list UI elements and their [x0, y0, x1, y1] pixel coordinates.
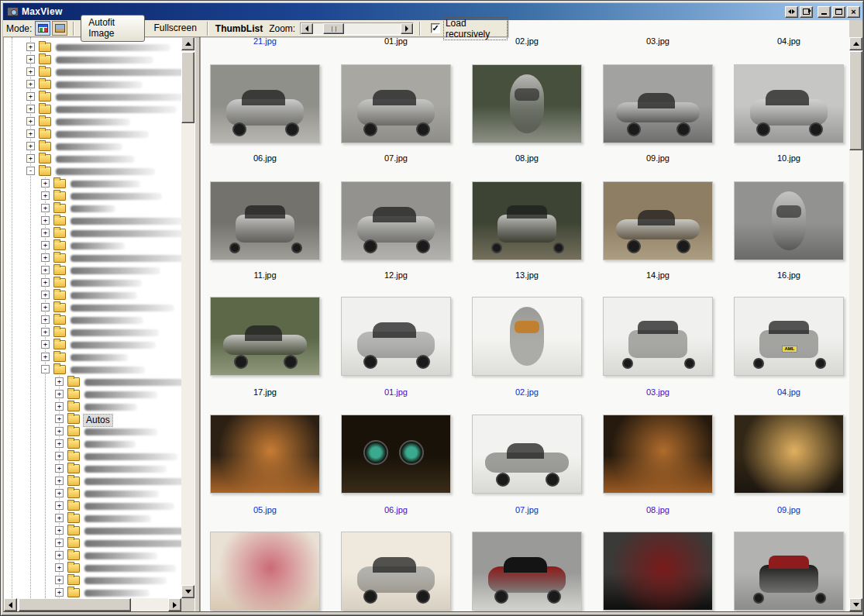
- tree-item[interactable]: +: [4, 438, 181, 450]
- thumbnail-image[interactable]: [603, 181, 713, 260]
- zoom-slider-left-arrow[interactable]: [301, 23, 313, 34]
- tree-item[interactable]: +: [4, 66, 181, 78]
- tree-item[interactable]: +: [4, 103, 181, 115]
- tree-item[interactable]: +: [4, 574, 181, 587]
- expand-expander-icon[interactable]: +: [41, 266, 50, 274]
- tree-scroll-down-button[interactable]: [181, 585, 194, 598]
- tree-item[interactable]: +: [4, 264, 181, 277]
- expand-expander-icon[interactable]: +: [41, 353, 50, 361]
- thumbs-scroll-down-button[interactable]: [849, 598, 862, 611]
- expand-expander-icon[interactable]: +: [26, 117, 35, 126]
- thumbnail-image[interactable]: [734, 532, 844, 611]
- expand-expander-icon[interactable]: +: [26, 67, 35, 76]
- expand-expander-icon[interactable]: +: [55, 477, 64, 485]
- expand-expander-icon[interactable]: +: [55, 402, 64, 411]
- tree-item[interactable]: +: [4, 339, 181, 351]
- tree-item[interactable]: +: [4, 487, 181, 500]
- tree-item[interactable]: +: [4, 500, 181, 512]
- tree-item[interactable]: +: [4, 450, 181, 463]
- tree-item[interactable]: +Autos: [4, 413, 181, 425]
- tree-item[interactable]: +: [4, 425, 181, 438]
- expand-expander-icon[interactable]: +: [41, 291, 50, 299]
- expand-expander-icon[interactable]: +: [26, 129, 35, 138]
- tree-item[interactable]: +: [4, 215, 181, 227]
- thumbnail-image[interactable]: [472, 297, 582, 376]
- tree-item[interactable]: +: [4, 115, 181, 128]
- thumbnail-image[interactable]: [734, 415, 844, 494]
- tree-item[interactable]: +: [4, 587, 181, 598]
- expand-expander-icon[interactable]: +: [55, 427, 64, 435]
- expand-expander-icon[interactable]: +: [41, 328, 50, 336]
- expand-expander-icon[interactable]: +: [55, 501, 64, 510]
- expand-expander-icon[interactable]: +: [41, 340, 50, 349]
- tree-item[interactable]: +: [4, 41, 181, 53]
- tree-item[interactable]: -: [4, 165, 181, 177]
- expand-expander-icon[interactable]: +: [26, 43, 35, 51]
- tree-hscroll-thumb[interactable]: [19, 598, 131, 611]
- tree-item[interactable]: +: [4, 202, 181, 215]
- expand-expander-icon[interactable]: +: [55, 576, 64, 584]
- panel-splitter[interactable]: [194, 37, 200, 611]
- tree-item[interactable]: -: [4, 363, 181, 376]
- tree-item[interactable]: +: [4, 289, 181, 301]
- close-button[interactable]: ×: [847, 6, 860, 18]
- expand-expander-icon[interactable]: +: [55, 551, 64, 559]
- expand-expander-icon[interactable]: +: [55, 464, 64, 473]
- tree-scroll-left-button[interactable]: [4, 598, 17, 611]
- expand-expander-icon[interactable]: +: [55, 390, 64, 398]
- expand-expander-icon[interactable]: +: [41, 253, 50, 262]
- expand-expander-icon[interactable]: +: [26, 105, 35, 113]
- thumbnail-image[interactable]: [603, 64, 713, 143]
- tree-item[interactable]: +: [4, 463, 181, 475]
- tree-vertical-scrollbar[interactable]: [181, 37, 194, 598]
- tree-item[interactable]: +: [4, 53, 181, 66]
- autofit-image-button[interactable]: Autofit Image: [81, 15, 145, 42]
- expand-expander-icon[interactable]: +: [26, 142, 35, 150]
- tree-horizontal-scrollbar[interactable]: [4, 598, 181, 611]
- tree-item[interactable]: +: [4, 128, 181, 140]
- thumbnail-image[interactable]: [341, 181, 451, 260]
- expand-expander-icon[interactable]: +: [55, 526, 64, 535]
- thumbnail-image[interactable]: [734, 181, 844, 260]
- collapse-expander-icon[interactable]: -: [26, 167, 35, 175]
- thumbnail-image[interactable]: [341, 297, 451, 376]
- expand-expander-icon[interactable]: +: [55, 539, 64, 547]
- thumbnail-image[interactable]: [210, 181, 320, 260]
- image-mode-button[interactable]: [52, 21, 67, 36]
- zoom-slider-thumb[interactable]: [323, 23, 344, 34]
- thumbs-scroll-up-button[interactable]: [849, 37, 862, 50]
- thumbnail-vertical-scrollbar[interactable]: [849, 37, 862, 611]
- expand-expander-icon[interactable]: +: [41, 229, 50, 237]
- tree-item[interactable]: +: [4, 537, 181, 549]
- tree-item[interactable]: +: [4, 177, 181, 190]
- expand-expander-icon[interactable]: +: [41, 179, 50, 188]
- tree-item[interactable]: +: [4, 512, 181, 525]
- expand-expander-icon[interactable]: +: [41, 191, 50, 200]
- thumbnail-image[interactable]: [210, 532, 320, 611]
- tree-item[interactable]: +: [4, 227, 181, 239]
- detach-window-button[interactable]: [800, 6, 813, 18]
- thumbnail-image[interactable]: [210, 415, 320, 494]
- tree-item[interactable]: +: [4, 549, 181, 562]
- tree-item[interactable]: +: [4, 153, 181, 165]
- thumbnail-image[interactable]: [603, 532, 713, 611]
- tree-item[interactable]: +: [4, 301, 181, 314]
- tree-item[interactable]: +: [4, 401, 181, 413]
- expand-expander-icon[interactable]: +: [55, 439, 64, 448]
- minimize-button[interactable]: [818, 6, 831, 18]
- expand-expander-icon[interactable]: +: [55, 588, 64, 597]
- expand-expander-icon[interactable]: +: [41, 315, 50, 324]
- tree-scroll-right-button[interactable]: [168, 598, 181, 611]
- tree-item[interactable]: +: [4, 314, 181, 326]
- tree-item[interactable]: +: [4, 376, 181, 388]
- tree-item[interactable]: +: [4, 239, 181, 252]
- expand-expander-icon[interactable]: +: [55, 514, 64, 522]
- browser-mode-button[interactable]: [35, 21, 50, 36]
- maximize-button[interactable]: [832, 6, 845, 18]
- tree-item[interactable]: +: [4, 525, 181, 537]
- expand-expander-icon[interactable]: +: [41, 303, 50, 311]
- zoom-slider[interactable]: [300, 22, 414, 35]
- expand-expander-icon[interactable]: +: [41, 216, 50, 225]
- thumbs-vscroll-thumb[interactable]: [849, 51, 862, 150]
- expand-expander-icon[interactable]: +: [26, 154, 35, 163]
